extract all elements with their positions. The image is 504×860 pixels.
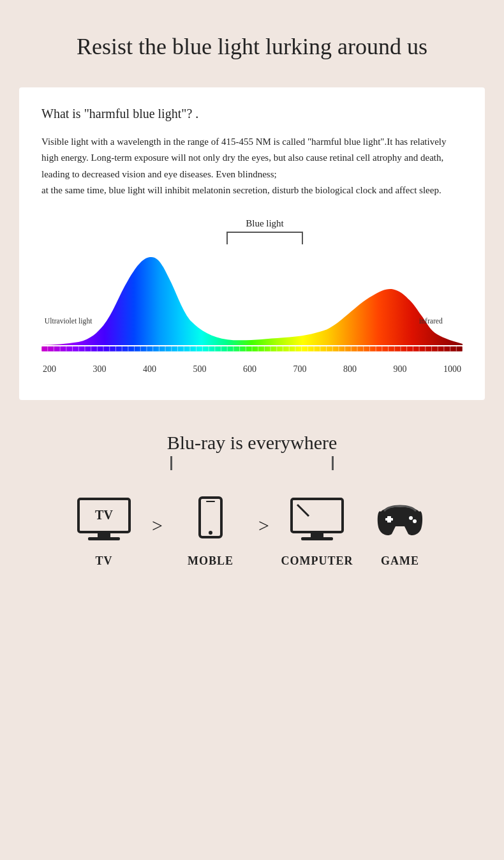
mobile-icon-item: MOBLE — [175, 496, 246, 568]
tv-label: TV — [96, 554, 113, 568]
page-title: Resist the blue light lurking around us — [38, 32, 466, 62]
svg-rect-72 — [98, 532, 110, 537]
ultraviolet-label: Ultraviolet light — [45, 317, 93, 325]
gt-2: > — [258, 515, 269, 537]
info-card: What is "harmful blue light"? . Visible … — [19, 87, 485, 400]
axis-600: 600 — [243, 364, 256, 374]
computer-icon — [288, 496, 346, 547]
axis-400: 400 — [143, 364, 156, 374]
svg-rect-73 — [88, 537, 120, 540]
tv-icon-item: TV TV — [69, 496, 139, 568]
blue-light-label: Blue light — [67, 218, 463, 229]
infrared-label: infrared — [419, 317, 443, 325]
game-label: GAME — [381, 554, 419, 568]
deco-bar-right — [332, 456, 334, 470]
svg-point-83 — [409, 516, 413, 520]
computer-label: COMPUTER — [281, 554, 353, 568]
axis-900: 900 — [394, 364, 407, 374]
deco-bar-left — [170, 456, 172, 470]
bottom-section: Blu-ray is everywhere TV TV > MOBLE — [0, 419, 504, 593]
axis-500: 500 — [193, 364, 207, 374]
mobile-label: MOBLE — [188, 554, 233, 568]
mobile-icon — [182, 496, 239, 547]
computer-icon-item: COMPUTER — [282, 496, 352, 568]
spectrum-chart: Blue light — [41, 218, 463, 374]
card-body: Visible light with a wavelength in the r… — [41, 134, 463, 199]
svg-line-78 — [297, 505, 309, 516]
axis-200: 200 — [43, 364, 56, 374]
blu-ray-title: Blu-ray is everywhere — [19, 432, 485, 454]
svg-rect-79 — [311, 532, 323, 537]
card-subtitle: What is "harmful blue light"? . — [41, 107, 463, 121]
deco-line — [19, 456, 485, 470]
svg-text:TV: TV — [95, 508, 113, 522]
svg-rect-76 — [206, 501, 215, 502]
game-icon — [371, 496, 429, 547]
svg-rect-82 — [387, 516, 391, 523]
svg-point-75 — [209, 531, 212, 535]
svg-rect-80 — [301, 537, 333, 540]
axis-800: 800 — [343, 364, 357, 374]
device-icons-row: TV TV > MOBLE > — [19, 496, 485, 568]
gt-1: > — [152, 515, 163, 537]
axis-300: 300 — [93, 364, 107, 374]
spectrum-svg: Ultraviolet light infrared // rendered v… — [41, 244, 463, 359]
svg-rect-77 — [292, 499, 343, 532]
page-header: Resist the blue light lurking around us — [0, 0, 504, 81]
x-axis-labels: 200 300 400 500 600 700 800 900 1000 — [41, 362, 463, 374]
axis-700: 700 — [293, 364, 307, 374]
tv-icon: TV — [75, 496, 133, 547]
game-icon-item: GAME — [365, 496, 435, 568]
axis-1000: 1000 — [443, 364, 461, 374]
svg-point-84 — [413, 519, 417, 523]
bracket-decoration — [67, 232, 463, 244]
